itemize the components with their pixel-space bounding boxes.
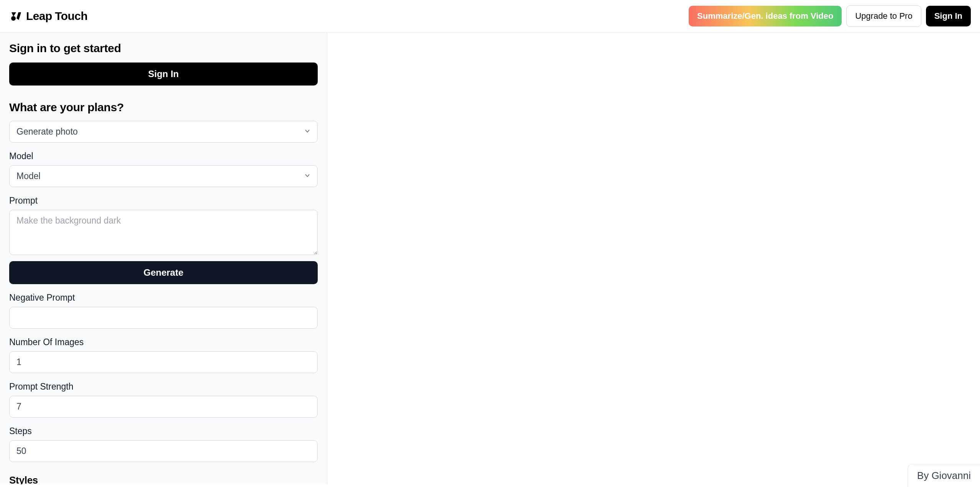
main-layout: Sign in to get started Sign In What are …	[0, 33, 980, 484]
task-select[interactable]: Generate photo	[9, 121, 318, 143]
header-actions: Summarize/Gen. ideas from Video Upgrade …	[689, 5, 971, 27]
model-select[interactable]: Model	[9, 165, 318, 187]
negative-prompt-input[interactable]	[9, 307, 318, 329]
steps-field: Steps	[9, 426, 318, 462]
prompt-field: Prompt	[9, 196, 318, 257]
svg-point-0	[11, 16, 16, 21]
signin-block: Sign in to get started Sign In	[9, 42, 318, 86]
sign-in-button[interactable]: Sign In	[9, 63, 318, 86]
styles-heading: Styles	[9, 474, 318, 484]
model-label: Model	[9, 151, 318, 161]
prompt-strength-input[interactable]	[9, 396, 318, 418]
footer-credit: By Giovanni	[908, 464, 980, 484]
app-header: Leap Touch Summarize/Gen. ideas from Vid…	[0, 0, 980, 33]
brand: Leap Touch	[9, 10, 87, 23]
brand-logo-icon	[9, 10, 21, 22]
generate-button[interactable]: Generate	[9, 261, 318, 284]
prompt-input[interactable]	[9, 210, 318, 255]
model-select-wrap: Model	[9, 165, 318, 187]
control-sidebar[interactable]: Sign in to get started Sign In What are …	[0, 33, 327, 484]
steps-label: Steps	[9, 426, 318, 436]
negative-prompt-field: Negative Prompt	[9, 293, 318, 329]
prompt-strength-field: Prompt Strength	[9, 382, 318, 418]
summarize-video-button[interactable]: Summarize/Gen. ideas from Video	[689, 6, 842, 26]
upgrade-pro-button[interactable]: Upgrade to Pro	[846, 5, 921, 27]
plans-block: What are your plans? Generate photo Mode…	[9, 101, 318, 484]
num-images-input[interactable]	[9, 351, 318, 373]
steps-input[interactable]	[9, 440, 318, 462]
sign-in-header-button[interactable]: Sign In	[926, 6, 971, 26]
brand-name: Leap Touch	[26, 10, 87, 23]
signin-heading: Sign in to get started	[9, 42, 318, 55]
prompt-label: Prompt	[9, 196, 318, 206]
negative-prompt-label: Negative Prompt	[9, 293, 318, 303]
output-canvas	[327, 33, 980, 484]
num-images-field: Number Of Images	[9, 337, 318, 373]
task-select-wrap: Generate photo	[9, 121, 318, 143]
model-field: Model Model	[9, 151, 318, 187]
plans-heading: What are your plans?	[9, 101, 318, 114]
num-images-label: Number Of Images	[9, 337, 318, 347]
prompt-strength-label: Prompt Strength	[9, 382, 318, 392]
